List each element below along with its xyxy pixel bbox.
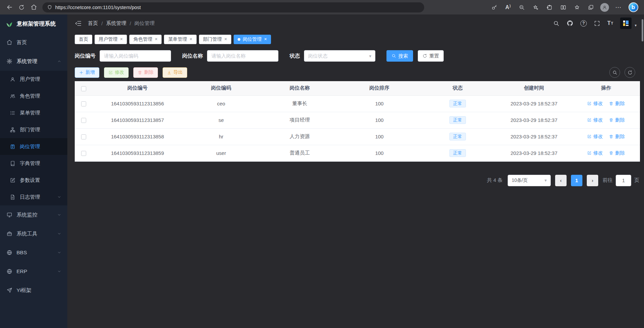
home-button[interactable]	[28, 2, 40, 13]
row-checkbox[interactable]	[81, 101, 86, 106]
page-number-button[interactable]: 1	[571, 175, 582, 186]
sidebar: 意框架管理系统 首页 系统管理 用户管理 角色管理	[0, 14, 67, 328]
page-size-select[interactable]: 10条/页 ▾	[508, 175, 551, 186]
close-icon[interactable]: ✕	[120, 37, 123, 41]
read-aloud-icon[interactable]: A	[503, 2, 513, 13]
font-size-icon[interactable]: TT	[607, 20, 613, 26]
sidebar-item-system-monitor[interactable]: 系统监控	[0, 205, 67, 224]
collections-icon[interactable]	[586, 2, 596, 13]
address-bar[interactable]: https://ccnetcore.com:1101/system/post	[42, 2, 424, 12]
export-button[interactable]: 导出	[163, 67, 187, 78]
close-icon[interactable]: ✕	[264, 37, 267, 41]
tab-home[interactable]: 首页	[75, 35, 92, 44]
status-select[interactable]: 岗位状态 ▾	[304, 50, 375, 62]
fullscreen-icon[interactable]	[594, 20, 600, 27]
sidebar-item-log-mgmt[interactable]: 日志管理	[0, 189, 67, 205]
row-delete-button[interactable]: 删除	[609, 100, 625, 107]
row-delete-button[interactable]: 删除	[609, 133, 625, 140]
post-name-label: 岗位名称	[182, 53, 203, 60]
row-edit-button[interactable]: 修改	[587, 133, 603, 140]
site-info-icon[interactable]	[47, 5, 52, 10]
breadcrumb-current: 岗位管理	[134, 20, 155, 27]
avatar-caret-icon[interactable]: ▾	[635, 23, 637, 28]
row-checkbox[interactable]	[81, 118, 86, 123]
browser-profile-icon[interactable]	[600, 2, 610, 13]
close-icon[interactable]: ✕	[189, 37, 192, 41]
sidebar-item-param-settings[interactable]: 参数设置	[0, 172, 67, 189]
breadcrumb: 首页 / 系统管理 / 岗位管理	[88, 20, 155, 27]
back-button[interactable]	[3, 2, 15, 13]
page-scrollbar[interactable]	[642, 19, 643, 41]
refresh-button[interactable]	[15, 2, 28, 13]
post-name-input[interactable]	[207, 50, 278, 62]
browser-action-icons: A ⋯ b	[489, 2, 641, 13]
delete-button[interactable]: 删除	[133, 67, 158, 78]
breadcrumb-home[interactable]: 首页	[88, 20, 98, 27]
row-edit-button[interactable]: 修改	[587, 100, 603, 107]
sidebar-item-home[interactable]: 首页	[0, 33, 67, 52]
row-checkbox[interactable]	[81, 134, 86, 139]
post-name-cell: 人力资源	[260, 128, 339, 145]
row-edit-button[interactable]: 修改	[587, 117, 603, 123]
extensions-icon[interactable]	[544, 2, 554, 13]
chevron-down-icon	[57, 195, 61, 199]
show-search-icon[interactable]	[609, 67, 620, 78]
row-edit-button[interactable]: 修改	[587, 150, 603, 156]
tab-menu-mgmt[interactable]: 菜单管理 ✕	[164, 35, 196, 44]
post-code-input[interactable]	[100, 50, 171, 62]
goto-page-input[interactable]	[616, 175, 631, 186]
sidebar-collapse-icon[interactable]	[75, 20, 82, 27]
sidebar-item-erp[interactable]: ERP	[0, 262, 67, 281]
tab-user-mgmt[interactable]: 用户管理 ✕	[95, 35, 127, 44]
chevron-down-icon	[57, 251, 61, 255]
browser-menu-icon[interactable]: ⋯	[613, 2, 623, 13]
password-key-icon[interactable]	[489, 2, 499, 13]
sidebar-item-role-mgmt[interactable]: 角色管理	[0, 88, 67, 104]
tab-dept-mgmt[interactable]: 部门管理 ✕	[199, 35, 231, 44]
select-all-checkbox[interactable]	[81, 86, 86, 91]
next-page-button[interactable]: ›	[587, 175, 598, 186]
sidebar-item-user-mgmt[interactable]: 用户管理	[0, 71, 67, 88]
zoom-out-icon[interactable]	[517, 2, 527, 13]
tab-role-mgmt[interactable]: 角色管理 ✕	[129, 35, 162, 44]
status-badge: 正常	[449, 133, 466, 141]
close-icon[interactable]: ✕	[155, 37, 158, 41]
table-toolbar: 新增 修改 删除 导出	[75, 67, 640, 78]
row-delete-button[interactable]: 删除	[609, 117, 625, 123]
tab-post-mgmt[interactable]: 岗位管理 ✕	[234, 35, 271, 44]
split-screen-icon[interactable]	[558, 2, 568, 13]
tags-view-bar: 首页 用户管理 ✕ 角色管理 ✕ 菜单管理 ✕ 部门管理 ✕ 岗位管理 ✕	[67, 32, 644, 46]
search-icon[interactable]	[553, 20, 560, 27]
url-text: https://ccnetcore.com:1101/system/post	[55, 5, 141, 10]
user-avatar[interactable]	[620, 18, 632, 29]
col-post-id: 岗位编号	[93, 81, 182, 95]
github-icon[interactable]	[567, 20, 573, 27]
total-count: 共 4 条	[487, 177, 503, 184]
breadcrumb-system-mgmt[interactable]: 系统管理	[106, 20, 126, 27]
search-button[interactable]: 搜索	[386, 50, 413, 62]
help-icon[interactable]: ?	[580, 20, 587, 27]
edit-button[interactable]: 修改	[104, 67, 129, 78]
sidebar-item-dict-mgmt[interactable]: 字典管理	[0, 155, 67, 172]
sidebar-item-system-tools[interactable]: 系统工具	[0, 224, 67, 243]
table-row: 1641030593112313859 user 普通员工 100 正常 202…	[75, 145, 640, 161]
sidebar-item-dept-mgmt[interactable]: 部门管理	[0, 121, 67, 138]
sidebar-item-post-mgmt[interactable]: 岗位管理	[0, 138, 67, 155]
reset-button[interactable]: 重置	[418, 50, 444, 62]
app-logo[interactable]: 意框架管理系统	[0, 14, 67, 33]
close-icon[interactable]: ✕	[224, 37, 227, 41]
sidebar-item-bbs[interactable]: BBS	[0, 243, 67, 262]
favorites-icon[interactable]	[572, 2, 582, 13]
row-checkbox[interactable]	[81, 151, 86, 156]
bing-copilot-icon[interactable]: b	[627, 2, 639, 13]
book-icon	[9, 161, 16, 166]
sidebar-item-system-mgmt[interactable]: 系统管理	[0, 52, 67, 71]
badge-icon	[9, 144, 16, 150]
row-delete-button[interactable]: 删除	[609, 150, 625, 156]
refresh-table-icon[interactable]	[624, 67, 635, 78]
add-button[interactable]: 新增	[75, 67, 99, 78]
sidebar-item-yi-framework[interactable]: Yi框架	[0, 281, 67, 300]
add-favorite-icon[interactable]	[531, 2, 541, 13]
prev-page-button[interactable]: ‹	[555, 175, 567, 186]
sidebar-item-menu-mgmt[interactable]: 菜单管理	[0, 104, 67, 121]
